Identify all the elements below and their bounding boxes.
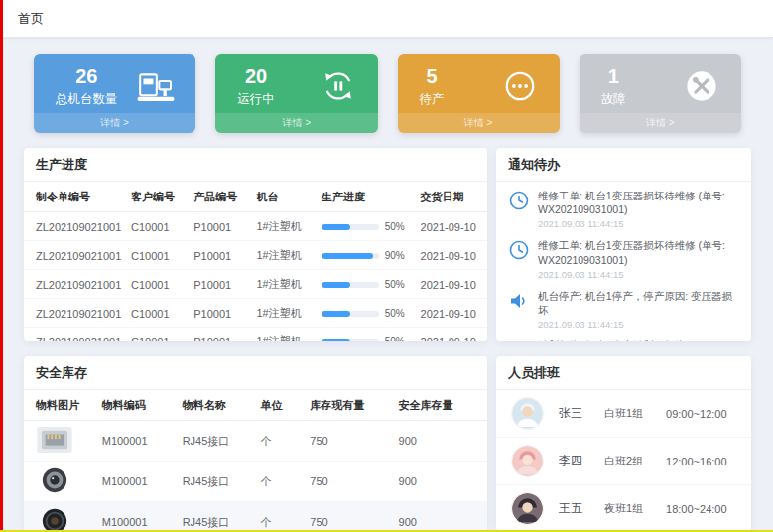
cell-machine: 1#注塑机 <box>252 212 317 241</box>
col-stock-qty: 库存现有量 <box>306 390 394 421</box>
table-row: ZL202109021001 C10001 P10001 1#注塑机 50% 2… <box>24 328 487 342</box>
card-detail-link-fault[interactable]: 详情 > <box>580 113 741 133</box>
panel-title-schedule: 人员排班 <box>496 356 751 390</box>
card-detail-link-running[interactable]: 详情 > <box>215 113 377 133</box>
speaker-icon <box>508 338 530 341</box>
round-connector-photo <box>36 484 73 496</box>
staff-shift: 白班1组 <box>604 406 666 421</box>
table-header-row: 物料图片 物料编码 物料名称 单位 库存现有量 安全库存量 <box>24 390 487 421</box>
avatar <box>512 493 543 524</box>
panel-title-notifications: 通知待办 <box>496 148 751 182</box>
cell-safety-qty: 900 <box>395 421 487 462</box>
cell-product: P10001 <box>190 270 252 299</box>
top-bar: 首页 <box>0 0 773 38</box>
stat-card-running[interactable]: 20 运行中 详情 > <box>215 54 377 133</box>
speaker-icon <box>508 289 530 330</box>
cell-machine: 1#注塑机 <box>252 299 317 328</box>
cell-progress: 50% <box>318 212 417 241</box>
cell-product: P10001 <box>190 241 252 270</box>
cell-machine: 1#注塑机 <box>252 270 317 299</box>
col-order: 制令单编号 <box>24 182 127 212</box>
progress-label: 50% <box>385 308 405 319</box>
cell-customer: C10001 <box>127 241 190 270</box>
progress-bar <box>322 282 379 288</box>
col-safety-qty: 安全库存量 <box>395 390 487 421</box>
progress-bar <box>322 224 379 230</box>
schedule-row: 张三 白班1组 09:00~12:00 <box>496 390 751 438</box>
table-row: M100001 RJ45接口 个 750 900 <box>24 502 487 532</box>
notification-text: 机台停产: 机台1停产，停产原因: 变压器损坏 <box>538 289 739 317</box>
stat-card-total-machines[interactable]: 26 总机台数量 详情 > <box>34 54 195 133</box>
cell-customer: C10001 <box>127 270 190 299</box>
cell-date: 2021-09-10 <box>417 212 487 241</box>
staff-name: 张三 <box>559 405 604 422</box>
staff-name: 王五 <box>559 500 604 517</box>
col-material-code: 物料编码 <box>98 390 179 421</box>
staff-shift: 夜班1组 <box>604 501 666 516</box>
inventory-table: 物料图片 物料编码 物料名称 单位 库存现有量 安全库存量 <box>24 390 487 531</box>
cell-customer: C10001 <box>127 299 190 328</box>
notification-text: 维修工单: 机台1变压器损坏待维修 (单号: WX202109031001) <box>538 189 739 216</box>
stat-label-running: 运行中 <box>237 91 275 108</box>
cell-date: 2021-09-10 <box>417 299 487 328</box>
notification-list: 维修工单: 机台1变压器损坏待维修 (单号: WX202109031001) 2… <box>496 182 751 341</box>
progress-bar <box>322 339 379 342</box>
cell-stock-qty: 750 <box>306 462 394 502</box>
col-date: 交货日期 <box>417 182 487 212</box>
production-table: 制令单编号 客户编号 产品编号 机台 生产进度 交货日期 ZL202109021… <box>24 182 487 341</box>
cell-unit: 个 <box>257 502 307 532</box>
cell-material-name: RJ45接口 <box>179 462 257 502</box>
stat-label-total: 总机台数量 <box>56 91 118 108</box>
dashboard-content: 26 总机台数量 详情 > 20 <box>0 38 773 531</box>
notification-item[interactable]: 计划暂停: 机台1生产计划已暂停 2021.09.03 11:44:15 <box>496 333 751 341</box>
card-detail-link-total[interactable]: 详情 > <box>34 113 195 133</box>
panel-title-production: 生产进度 <box>24 148 487 182</box>
cell-stock-qty: 750 <box>306 421 394 462</box>
clock-icon <box>508 189 530 229</box>
col-unit: 单位 <box>257 390 307 421</box>
running-icon <box>319 67 358 105</box>
col-material-image: 物料图片 <box>24 390 98 421</box>
notification-time: 2021.09.03 11:44:15 <box>538 218 739 229</box>
rj45-connector-photo <box>36 444 73 456</box>
card-body: 26 总机台数量 <box>34 54 195 113</box>
tab-home[interactable]: 首页 <box>18 10 44 28</box>
cell-product: P10001 <box>190 212 252 241</box>
progress-bar <box>322 311 379 317</box>
notification-item[interactable]: 维修工单: 机台1变压器损坏待维修 (单号: WX202109031001) 2… <box>496 233 751 283</box>
cell-progress: 50% <box>318 270 417 299</box>
card-body: 5 待产 <box>398 54 560 113</box>
notification-item[interactable]: 维修工单: 机台1变压器损坏待维修 (单号: WX202109031001) 2… <box>496 184 751 233</box>
fault-icon <box>682 67 721 105</box>
cell-material-image <box>24 462 98 502</box>
cell-customer: C10001 <box>127 328 190 342</box>
cell-material-code: M100001 <box>98 462 179 502</box>
safety-stock-panel: 安全库存 物料图片 物料编码 物料名称 单位 库存现有量 安全库存量 <box>24 356 487 531</box>
staff-time: 12:00~16:00 <box>666 456 735 467</box>
notification-text: 计划暂停: 机台1生产计划已暂停 <box>538 338 685 341</box>
staff-schedule-panel: 人员排班 张三 白班1组 09:00~12:00 <box>496 356 751 531</box>
cell-product: P10001 <box>190 328 252 342</box>
table-row: ZL202109021001 C10001 P10001 1#注塑机 50% 2… <box>24 299 487 328</box>
standby-icon <box>500 67 540 105</box>
cell-product: P10001 <box>190 299 252 328</box>
notification-item[interactable]: 机台停产: 机台1停产，停产原因: 变压器损坏 2021.09.03 11:44… <box>496 284 751 333</box>
stat-card-standby[interactable]: 5 待产 详情 > <box>398 54 560 133</box>
staff-name: 李四 <box>559 453 604 469</box>
stat-cards-row: 26 总机台数量 详情 > 20 <box>34 54 741 133</box>
staff-time: 09:00~12:00 <box>666 408 735 420</box>
cell-order: ZL202109021001 <box>24 299 127 328</box>
col-progress: 生产进度 <box>318 182 417 212</box>
stat-label-fault: 故障 <box>601 91 626 108</box>
stat-card-fault[interactable]: 1 故障 详情 > <box>580 54 741 133</box>
cell-material-code: M100001 <box>98 421 179 462</box>
cell-date: 2021-09-10 <box>417 328 487 342</box>
notification-time: 2021.09.03 11:44:15 <box>538 269 739 280</box>
stat-label-standby: 待产 <box>420 91 445 108</box>
card-detail-link-standby[interactable]: 详情 > <box>398 113 560 133</box>
table-row: ZL202109021001 C10001 P10001 1#注塑机 90% 2… <box>24 241 487 270</box>
cell-unit: 个 <box>257 421 307 462</box>
cell-progress: 50% <box>318 328 417 342</box>
cell-stock-qty: 750 <box>306 502 394 532</box>
staff-time: 18:00~24:00 <box>666 503 735 515</box>
